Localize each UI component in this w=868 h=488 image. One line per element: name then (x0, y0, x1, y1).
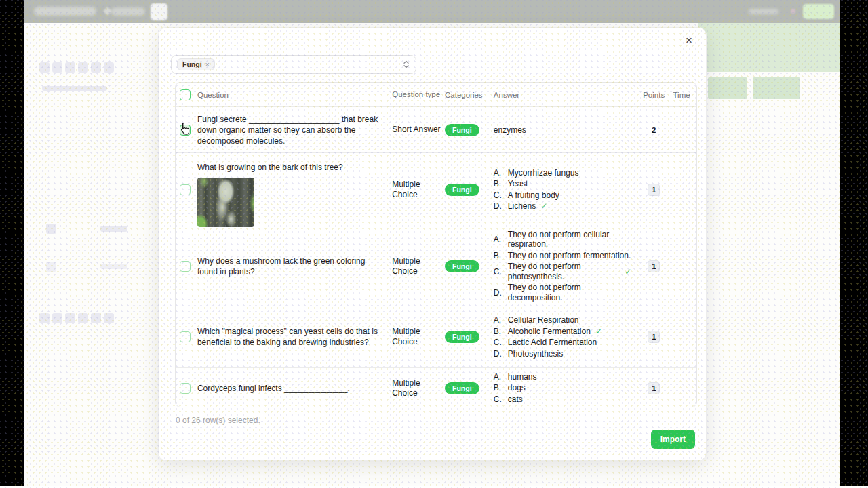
answer-text: enzymes (494, 107, 641, 152)
answer-option: C.A fruiting body (494, 190, 637, 201)
background-toolbar-icons (39, 62, 114, 73)
header-question-type: Question type (392, 83, 445, 106)
selection-status: 0 of 26 row(s) selected. (176, 415, 260, 425)
answer-option: C.cats (494, 394, 637, 405)
answer-option-correct: B.Alcoholic Fermentation✓ (494, 327, 637, 337)
topbar-blurred-text (749, 9, 778, 14)
answer-option: D.They do not perform decomposition. (494, 283, 637, 302)
table-row[interactable]: Which "magical process" can yeast cells … (176, 306, 696, 368)
question-type: Multiple Choice (392, 226, 445, 306)
points-badge: 1 (648, 331, 660, 343)
category-badge: Fungi (445, 124, 479, 136)
correct-check-icon: ✓ (625, 267, 631, 277)
question-text: Which "magical process" can yeast cells … (197, 306, 392, 367)
topbar-blurred-button (151, 3, 167, 20)
background-green-chip (753, 77, 800, 99)
answer-option: A.Mycorrhizae fungus (494, 168, 637, 178)
topbar-blurred-nav2 (111, 7, 145, 16)
header-categories: Categories (445, 83, 494, 106)
background-icon-smudge (46, 224, 56, 234)
row-checkbox[interactable] (180, 383, 191, 394)
header-time: Time (667, 83, 696, 106)
question-text: Cordyceps fungi infects ______________. (197, 368, 392, 407)
table-row[interactable]: Cordyceps fungi infects ______________. … (176, 368, 696, 407)
question-type: Multiple Choice (392, 306, 445, 367)
points-badge: 1 (648, 260, 660, 272)
time-value (667, 107, 696, 152)
answer-option: B.They do not perform fermentation. (494, 251, 637, 261)
topbar-blurred-action-button (803, 4, 834, 19)
select-all-checkbox[interactable] (180, 89, 191, 100)
answer-option: B.dogs (494, 383, 637, 393)
answer-option: C.Lactic Acid Fermentation (494, 338, 637, 348)
row-checkbox[interactable] (180, 184, 191, 195)
question-image-tree-bark (197, 178, 254, 227)
question-type: Short Answer (392, 107, 445, 152)
category-badge: Fungi (445, 260, 479, 272)
table-row[interactable]: Why does a mushroom lack the green color… (176, 226, 696, 306)
row-checkbox[interactable] (180, 125, 191, 136)
answer-option: A.Cellular Respiration (494, 315, 637, 325)
question-type: Multiple Choice (392, 153, 445, 226)
row-checkbox[interactable] (180, 331, 191, 342)
background-text-smudge (100, 264, 127, 269)
correct-check-icon: ✓ (540, 201, 547, 211)
filter-tag-fungi: Fungi × (177, 58, 215, 70)
correct-check-icon: ✓ (595, 327, 602, 337)
category-filter-select[interactable]: Fungi × (171, 55, 416, 74)
table-row[interactable]: What is growing on the bark of this tree… (176, 153, 696, 226)
background-green-banner (698, 23, 840, 72)
header-answer: Answer (494, 83, 641, 106)
screen: × Import questions from your Question Ba… (0, 0, 868, 488)
background-green-chip (708, 77, 747, 99)
topbar-blurred-avatar (791, 9, 795, 14)
category-badge: Fungi (445, 184, 479, 196)
answer-option-correct: C.They do not perform photosynthesis.✓ (494, 262, 637, 281)
category-badge: Fungi (445, 382, 479, 394)
row-checkbox[interactable] (180, 261, 191, 272)
answer-option: D.Photosynthesis (494, 349, 637, 359)
chevron-updown-icon (402, 60, 410, 69)
tag-remove-icon[interactable]: × (205, 60, 210, 68)
category-badge: Fungi (445, 331, 479, 343)
letterbox-left (0, 0, 24, 487)
background-topbar (24, 0, 840, 23)
table-row[interactable]: Fungi secrete ____________________ that … (176, 107, 696, 153)
background-icon-smudge (46, 262, 56, 272)
import-questions-modal: × Import questions from your Question Ba… (158, 27, 707, 461)
points-badge: 1 (648, 382, 660, 394)
answer-option: B.Yeast (494, 179, 637, 189)
question-text: What is growing on the bark of this tree… (197, 162, 343, 173)
answer-option-correct: D.Lichens✓ (494, 201, 637, 211)
time-value (667, 368, 696, 407)
answer-option: A.They do not perform cellular respirati… (494, 230, 637, 249)
table-header-row: Question Question type Categories Answer… (176, 83, 696, 107)
time-value (667, 153, 696, 226)
background-toolbar-icons (39, 313, 114, 323)
background-text-smudge (100, 226, 127, 232)
topbar-blurred-icon (103, 7, 112, 16)
time-value (667, 226, 696, 306)
points-badge: 1 (648, 184, 660, 196)
header-points: Points (641, 83, 667, 106)
question-text: Fungi secrete ____________________ that … (197, 107, 392, 152)
time-value (667, 306, 696, 367)
question-type: Multiple Choice (392, 368, 445, 407)
question-text: Why does a mushroom lack the green color… (197, 226, 392, 306)
filter-tag-label: Fungi (182, 60, 202, 68)
question-table: Question Question type Categories Answer… (175, 82, 697, 407)
letterbox-right (840, 0, 868, 488)
import-button[interactable]: Import (651, 430, 695, 449)
close-icon[interactable]: × (682, 33, 696, 48)
background-text-smudge (42, 86, 107, 91)
points-value: 2 (652, 126, 656, 134)
topbar-blurred-nav (34, 7, 96, 16)
header-question: Question (197, 83, 392, 106)
answer-option: A.humans (494, 372, 637, 382)
